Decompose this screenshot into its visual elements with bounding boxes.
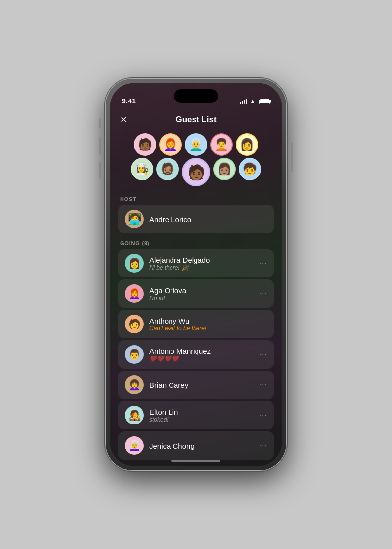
status-icons: ▲ [240, 98, 270, 105]
signal-icon [240, 99, 248, 104]
more-options-button[interactable]: ··· [259, 411, 267, 420]
host-section-label: HOST [110, 196, 282, 205]
cluster-avatar-4[interactable]: 🧑‍🦱 [210, 133, 233, 156]
guest-info: Jenica Chong [149, 442, 253, 450]
going-section: GOING (9) 👩Alejandra DelgadoI'll be ther… [110, 240, 282, 460]
guest-name: Elton Lin [149, 408, 253, 416]
cluster-avatar-7[interactable]: 🧔🏽 [156, 158, 179, 180]
cluster-avatar-1[interactable]: 🧑🏾 [134, 133, 156, 156]
more-options-button[interactable]: ··· [259, 289, 267, 298]
cluster-avatar-9[interactable]: 🧒 [239, 158, 261, 180]
more-options-button[interactable]: ··· [259, 320, 267, 328]
guest-card[interactable]: 🧑‍🎤Elton Linstoked!··· [118, 401, 274, 429]
cluster-avatar-center[interactable]: 🧑🏾 [182, 158, 210, 186]
guest-status: ❤️❤️❤️❤️ [149, 355, 253, 362]
cluster-avatar-8[interactable]: 👩🏽 [213, 158, 236, 180]
guest-name: Anthony Wu [149, 317, 253, 325]
host-card[interactable]: 🧑‍💻 Andre Lorico [118, 205, 274, 233]
guest-list: 👩Alejandra DelgadoI'll be there! 🎉···👩‍🦰… [110, 249, 282, 460]
guest-name: Alejandra Delgado [149, 256, 253, 264]
avatar-row-2: 👩‍🍳 🧔🏽 🧑🏾 👩🏽 🧒 [131, 158, 261, 186]
more-options-button[interactable]: ··· [259, 380, 267, 389]
guest-name: Antonio Manriquez [149, 347, 253, 355]
page-header: ✕ Guest List [110, 109, 282, 128]
home-indicator[interactable] [172, 460, 220, 462]
battery-icon [259, 99, 270, 104]
app-screen: 9:41 ▲ ✕ [110, 83, 282, 466]
host-section: HOST 🧑‍💻 Andre Lorico [110, 196, 282, 233]
guest-avatar: 🧑 [125, 315, 144, 333]
more-options-button[interactable]: ··· [259, 350, 267, 359]
guest-name: Aga Orlova [149, 286, 253, 295]
guest-status: I'll be there! 🎉 [149, 264, 253, 271]
guest-card[interactable]: 👩‍🦱Brian Carey··· [118, 371, 274, 399]
close-button[interactable]: ✕ [120, 114, 127, 125]
avatar-cluster: 🧑🏾 👩‍🦰 👨‍🦳 🧑‍🦱 👩 👩‍🍳 🧔🏽 🧑🏾 👩🏽 🧒 [110, 128, 282, 196]
silent-switch[interactable] [99, 118, 101, 128]
guest-status: stoked! [149, 416, 253, 423]
content-area[interactable]: ✕ Guest List 🧑🏾 👩‍🦰 👨‍🦳 🧑‍🦱 👩 👩‍🍳 [110, 109, 282, 466]
guest-card[interactable]: 🧑Anthony WuCan't wait to be there!··· [118, 310, 274, 338]
phone-screen: 9:41 ▲ ✕ [110, 83, 282, 466]
guest-avatar: 🧑‍🎤 [125, 406, 144, 424]
guest-name: Jenica Chong [149, 442, 253, 450]
cluster-avatar-3[interactable]: 👨‍🦳 [185, 133, 207, 156]
more-options-button[interactable]: ··· [259, 259, 267, 268]
cluster-avatar-6[interactable]: 👩‍🍳 [131, 158, 153, 180]
guest-card[interactable]: 👩Alejandra DelgadoI'll be there! 🎉··· [118, 249, 274, 277]
guest-info: Antonio Manriquez❤️❤️❤️❤️ [149, 347, 253, 362]
wifi-icon: ▲ [250, 98, 256, 105]
volume-down-button[interactable] [99, 162, 101, 179]
more-options-button[interactable]: ··· [259, 441, 267, 450]
guest-name: Brian Carey [149, 381, 253, 389]
guest-info: Anthony WuCan't wait to be there! [149, 317, 253, 332]
dynamic-island [174, 89, 218, 103]
guest-status: Can't wait to be there! [149, 325, 253, 332]
guest-avatar: 👩‍🦱 [125, 375, 144, 394]
guest-status: I'm in! [149, 295, 253, 301]
guest-card[interactable]: 👩‍🦳Jenica Chong··· [118, 431, 274, 460]
guest-card[interactable]: 👩‍🦰Aga OrlovaI'm in!··· [118, 279, 274, 308]
guest-avatar: 👩‍🦳 [125, 436, 144, 455]
guest-avatar: 👨 [125, 345, 144, 364]
guest-card[interactable]: 👨Antonio Manriquez❤️❤️❤️❤️··· [118, 340, 274, 369]
power-button[interactable] [291, 142, 293, 172]
guest-avatar: 👩‍🦰 [125, 284, 144, 303]
page-title: Guest List [175, 115, 216, 125]
volume-up-button[interactable] [99, 137, 101, 155]
guest-info: Elton Linstoked! [149, 408, 253, 423]
guest-info: Aga OrlovaI'm in! [149, 286, 253, 301]
phone-frame: 9:41 ▲ ✕ [105, 78, 287, 471]
host-avatar: 🧑‍💻 [125, 210, 144, 228]
cluster-avatar-5[interactable]: 👩 [236, 133, 258, 156]
guest-info: Brian Carey [149, 381, 253, 389]
going-section-label: GOING (9) [110, 240, 282, 249]
avatar-row-1: 🧑🏾 👩‍🦰 👨‍🦳 🧑‍🦱 👩 [134, 133, 258, 156]
guest-info: Alejandra DelgadoI'll be there! 🎉 [149, 256, 253, 271]
host-info: Andre Lorico [149, 215, 267, 224]
guest-avatar: 👩 [125, 254, 144, 273]
host-name: Andre Lorico [149, 215, 267, 224]
cluster-avatar-2[interactable]: 👩‍🦰 [159, 133, 182, 156]
